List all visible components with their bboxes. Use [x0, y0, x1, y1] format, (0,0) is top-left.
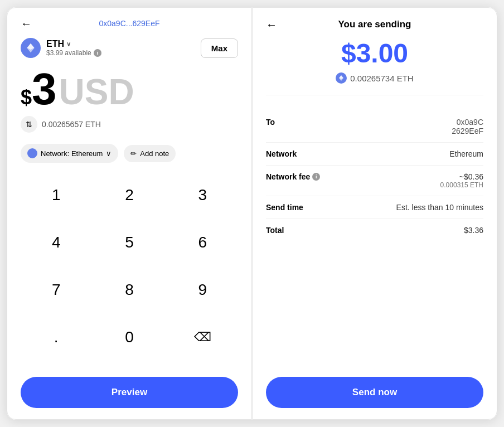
- dollar-sign: $: [21, 86, 32, 109]
- key-5[interactable]: 5: [94, 226, 164, 259]
- to-address-block: 0x0a9C 2629EeF: [452, 118, 483, 135]
- send-eth-amount: 0.00265734 ETH: [350, 74, 413, 83]
- balance-info-icon[interactable]: i: [94, 49, 101, 57]
- network-label: Network: Ethereum: [41, 149, 103, 158]
- network-detail-label: Network: [266, 149, 297, 158]
- fee-label: Network fee: [266, 172, 310, 181]
- note-label: Add note: [140, 149, 169, 158]
- left-header: ← 0x0a9C...629EeF: [21, 19, 238, 28]
- eth-logo-icon: [21, 38, 41, 58]
- eth-icon-confirm: [336, 72, 347, 84]
- network-row: Network Ethereum: [266, 143, 483, 166]
- confirm-screen: ← You are sending $3.00 0.00265734 ETH T…: [252, 7, 497, 420]
- token-name[interactable]: ETH ∨: [46, 39, 101, 49]
- key-backspace[interactable]: ⌫: [167, 321, 238, 354]
- send-amount-section: $3.00 0.00265734 ETH: [266, 40, 483, 95]
- key-6[interactable]: 6: [167, 226, 238, 259]
- fee-row: Network fee i ~$0.36 0.000315 ETH: [266, 166, 483, 196]
- wallet-address[interactable]: 0x0a9C...629EeF: [99, 19, 160, 28]
- fee-eth-value: 0.000315 ETH: [440, 181, 483, 189]
- network-chevron-icon: ∨: [106, 149, 112, 158]
- send-time-value: Est. less than 10 minutes: [396, 203, 483, 212]
- options-row: Network: Ethereum ∨ ✏ Add note: [21, 144, 238, 163]
- to-address-line2: 2629EeF: [452, 127, 483, 135]
- back-button-left[interactable]: ←: [21, 17, 32, 30]
- network-selector[interactable]: Network: Ethereum ∨: [21, 144, 118, 163]
- amount-display: $ 3 USD: [21, 67, 238, 111]
- conversion-row: ⇅ 0.00265657 ETH: [21, 116, 238, 133]
- token-chevron-icon: ∨: [66, 41, 71, 48]
- token-balance: $3.99 available i: [46, 49, 101, 57]
- fee-value-block: ~$0.36 0.000315 ETH: [440, 172, 483, 189]
- add-note-button[interactable]: ✏ Add note: [124, 145, 176, 162]
- fee-label-container: Network fee i: [266, 172, 320, 181]
- total-row: Total $3.36: [266, 219, 483, 241]
- send-eth-row: 0.00265734 ETH: [266, 72, 483, 84]
- key-dot[interactable]: .: [21, 321, 91, 354]
- details-section: To 0x0a9C 2629EeF Network Ethereum Netwo…: [266, 100, 483, 377]
- send-usd-amount: $3.00: [266, 40, 483, 67]
- conversion-text: 0.00265657 ETH: [42, 120, 101, 129]
- total-label: Total: [266, 226, 284, 235]
- amount-currency: USD: [59, 74, 134, 110]
- network-eth-icon: [27, 148, 37, 158]
- to-row: To 0x0a9C 2629EeF: [266, 111, 483, 143]
- keypad: 1 2 3 4 5 6 7 8 9 . 0 ⌫: [21, 178, 238, 366]
- key-7[interactable]: 7: [21, 273, 91, 307]
- swap-icon[interactable]: ⇅: [21, 116, 37, 133]
- back-button-right[interactable]: ←: [266, 18, 277, 31]
- total-value: $3.36: [464, 226, 483, 235]
- confirm-title: You are sending: [338, 19, 411, 30]
- to-address-line1: 0x0a9C: [457, 118, 483, 127]
- token-details: ETH ∨ $3.99 available i: [46, 39, 101, 57]
- send-now-button[interactable]: Send now: [266, 377, 483, 408]
- fee-usd-value: ~$0.36: [459, 172, 483, 181]
- amount-number: 3: [32, 67, 57, 111]
- send-time-label: Send time: [266, 203, 303, 212]
- to-label: To: [266, 118, 275, 127]
- key-1[interactable]: 1: [21, 178, 91, 212]
- fee-info-icon[interactable]: i: [312, 173, 320, 181]
- key-2[interactable]: 2: [94, 178, 164, 212]
- send-time-row: Send time Est. less than 10 minutes: [266, 196, 483, 219]
- network-detail-value: Ethereum: [449, 149, 483, 158]
- key-0[interactable]: 0: [94, 321, 164, 354]
- right-header: ← You are sending: [266, 19, 483, 30]
- token-row: ETH ∨ $3.99 available i Max: [21, 38, 238, 58]
- key-4[interactable]: 4: [21, 226, 91, 259]
- key-9[interactable]: 9: [167, 273, 238, 307]
- key-8[interactable]: 8: [94, 273, 164, 307]
- token-info: ETH ∨ $3.99 available i: [21, 38, 101, 58]
- max-button[interactable]: Max: [201, 38, 238, 58]
- key-3[interactable]: 3: [167, 178, 238, 212]
- send-screen: ← 0x0a9C...629EeF ETH ∨ $3.: [7, 7, 252, 420]
- pencil-icon: ✏: [130, 149, 137, 158]
- preview-button[interactable]: Preview: [21, 377, 238, 408]
